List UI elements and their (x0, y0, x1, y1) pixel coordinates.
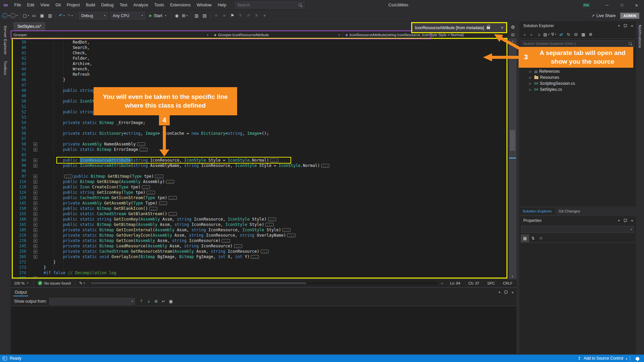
line-number[interactable]: 150 (11, 206, 31, 211)
fold-expand-icon[interactable]: + (31, 254, 40, 259)
line-number[interactable]: 160 (11, 217, 31, 222)
fold-expand-icon[interactable]: + (31, 141, 40, 147)
fold-expand-icon[interactable]: + (31, 222, 40, 227)
tree-item[interactable]: ▷C#ScriptingSession.cs (519, 80, 636, 86)
close-icon[interactable]: × (631, 23, 633, 28)
code-content[interactable]: private static Bitmap GetOverlayIcon(Ass… (40, 233, 508, 238)
navigate-forward-icon[interactable]: ▸ (528, 31, 535, 38)
code-content[interactable] (40, 104, 508, 109)
navigate-backward-icon[interactable]: ←▾ (2, 12, 10, 20)
close-icon[interactable]: × (501, 25, 503, 30)
fold-expand-icon[interactable]: + (31, 249, 40, 254)
line-number[interactable]: 52 (11, 109, 31, 115)
line-number[interactable]: 119 (11, 184, 31, 190)
code-line[interactable]: 41Check, (11, 50, 508, 56)
code-content[interactable]: ...public Bitmap GetBitmap(Type tpe)... (40, 174, 508, 179)
save-all-icon[interactable]: ▥ (46, 12, 54, 20)
line-number[interactable]: 265 (11, 254, 31, 259)
scroll-left-icon[interactable]: ◂ (441, 282, 443, 285)
code-line[interactable]: 145+private Assembly GetAssembly(Type Ty… (11, 200, 508, 206)
code-content[interactable]: } (40, 259, 508, 265)
code-content[interactable]: public CachedStream GetIconStream(Type t… (40, 195, 508, 200)
properties-icon[interactable]: ⚙ (587, 31, 594, 38)
code-line[interactable]: 83 (11, 152, 508, 158)
refresh-icon[interactable]: ↻ (565, 31, 572, 38)
undo-icon[interactable]: ↶▾ (58, 12, 65, 20)
expand-chevron-icon[interactable]: ▷ (529, 76, 533, 79)
menu-analyze[interactable]: Analyze (130, 0, 151, 10)
code-content[interactable]: public Bitmap GetBitmap(Assembly Assembl… (40, 179, 508, 184)
fold-expand-icon[interactable]: + (31, 276, 40, 279)
fold-expand-icon[interactable]: + (31, 227, 40, 233)
code-content[interactable]: } (40, 265, 508, 270)
menu-view[interactable]: View (37, 0, 52, 10)
code-line[interactable]: 96 (11, 168, 508, 174)
split-editor-icon[interactable]: ⊟ (509, 32, 517, 38)
expand-chevron-icon[interactable]: ▷ (529, 70, 533, 73)
code-content[interactable]: private Assembly NamedAssembly... (40, 141, 508, 147)
navigate-backward-icon[interactable]: ◂ (521, 31, 528, 38)
categorized-icon[interactable]: ▦ (521, 235, 529, 242)
fold-expand-icon[interactable]: + (31, 211, 40, 217)
output-source-dropdown[interactable]: ▾ (49, 298, 135, 305)
close-button[interactable]: × (629, 0, 644, 10)
close-icon[interactable]: × (631, 218, 633, 223)
code-line[interactable]: 275+ (11, 276, 508, 279)
code-line[interactable]: 97+...public Bitmap GetBitmap(Type tpe).… (11, 174, 508, 179)
pin-icon[interactable] (624, 219, 627, 223)
pending-changes-filter-icon[interactable]: ∇▾ (550, 31, 557, 38)
menu-file[interactable]: File (11, 0, 24, 10)
tree-item[interactable]: ▷Resources (519, 74, 636, 80)
line-number[interactable]: 55 (11, 125, 31, 131)
output-content[interactable] (11, 306, 517, 354)
line-number[interactable]: 49 (11, 93, 31, 99)
line-number[interactable]: 51 (11, 104, 31, 109)
redo-icon[interactable]: ↷▾ (66, 12, 73, 20)
show-all-files-icon[interactable]: ▦ (580, 31, 587, 38)
scrollbar-thumb[interactable] (91, 282, 306, 284)
code-content[interactable]: private static Bitmap LoadResource(Assem… (40, 243, 508, 249)
code-line[interactable]: 114+public Bitmap GetBitmap(Assembly Ass… (11, 179, 508, 184)
line-number[interactable]: 42 (11, 56, 31, 61)
zoom-dropdown[interactable]: 100 % ▾ (11, 281, 32, 285)
solution-platforms-icon[interactable]: ⊞▾ (181, 12, 189, 20)
fold-expand-icon[interactable]: + (31, 195, 40, 200)
scrollbar-thumb[interactable] (510, 130, 515, 151)
code-line[interactable]: 90+public IconResourceAttribute(string A… (11, 163, 508, 168)
line-number[interactable]: 274 (11, 270, 31, 276)
notifications-bell-icon[interactable] (636, 357, 639, 360)
sync-with-active-document-icon[interactable]: ⇄ (557, 31, 565, 38)
add-to-source-control-button[interactable]: Add to Source Control (584, 356, 623, 361)
breadcrumb-type-dropdown[interactable]: ◆ Grooper.IconResourceAttribute ▾ (211, 31, 343, 39)
fold-expand-icon[interactable]: + (31, 206, 40, 211)
line-ending-indicator[interactable]: CRLF (499, 281, 517, 285)
code-line[interactable]: 150+public static Bitmap GetBlankIcon().… (11, 206, 508, 211)
fold-expand-icon[interactable]: + (31, 243, 40, 249)
code-line[interactable]: 56private static Dictionary<string, Imag… (11, 131, 508, 136)
code-line[interactable]: 124+public string GetIconKey(Type tpe)..… (11, 190, 508, 195)
line-number[interactable]: 145 (11, 200, 31, 206)
line-number[interactable]: 46 (11, 77, 31, 82)
next-bookmark-icon[interactable]: ↱ (245, 12, 252, 20)
code-content[interactable]: Refresh (40, 72, 508, 77)
previous-bookmark-icon[interactable]: ↰ (237, 12, 244, 20)
code-editor[interactable]: 39RedDot,40Search,41Check,42Folder,43Arc… (11, 39, 508, 279)
code-line[interactable]: 55 (11, 125, 508, 131)
code-line[interactable]: 71+public static Bitmap ErrorImage... (11, 147, 508, 152)
menu-project[interactable]: Project (64, 0, 83, 10)
code-line[interactable]: 51 (11, 104, 508, 109)
line-number[interactable]: 47 (11, 82, 31, 88)
bookmark-icon[interactable]: ⚑ (229, 12, 236, 20)
breadcrumb-project-dropdown[interactable]: Grooper ▾ (11, 31, 211, 39)
menu-build[interactable]: Build (83, 0, 98, 10)
code-line[interactable]: 274#if false // Decompilation log (11, 270, 508, 276)
toolbar-options-icon[interactable]: ▾ (261, 12, 268, 20)
fold-expand-icon[interactable]: + (31, 190, 40, 195)
editor-options-gear-icon[interactable]: ⚙ (509, 23, 517, 31)
column-indicator[interactable]: Ch: 37 (464, 281, 483, 285)
menu-extensions[interactable]: Extensions (167, 0, 194, 10)
quick-search-box[interactable] (235, 2, 305, 8)
code-content[interactable]: public static string GetIconKey(Assembly… (40, 217, 508, 222)
line-number[interactable]: 43 (11, 61, 31, 66)
line-number[interactable]: 219 (11, 233, 31, 238)
